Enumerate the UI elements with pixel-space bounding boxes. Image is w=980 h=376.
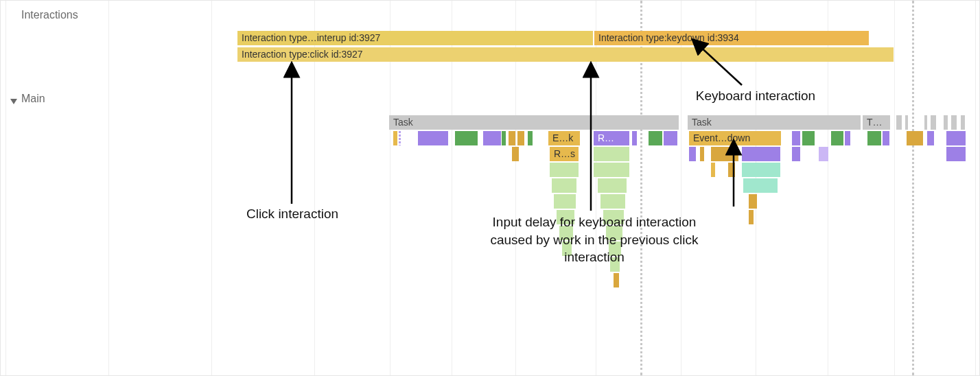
flame-bar[interactable] (552, 178, 576, 193)
task-bar[interactable] (924, 115, 927, 130)
task-bar[interactable]: Task (389, 115, 679, 130)
track-label-text: Interactions (21, 9, 78, 21)
flame-bar[interactable] (550, 163, 579, 177)
flame-bar[interactable] (512, 147, 519, 161)
task-bar[interactable] (961, 115, 965, 130)
flame-bar[interactable] (831, 131, 843, 145)
flame-bar[interactable] (603, 210, 624, 224)
task-bar[interactable]: Task (688, 115, 861, 130)
svg-marker-1 (10, 99, 17, 104)
flame-bar[interactable] (600, 194, 625, 209)
flame-bar[interactable] (664, 131, 677, 145)
flame-bar[interactable]: R… (594, 131, 629, 145)
flame-bar[interactable] (557, 210, 574, 224)
flame-bar[interactable] (845, 131, 850, 145)
flame-bar[interactable]: R…s (550, 147, 579, 161)
interaction-bar[interactable]: Interaction type…interup id:3927 (237, 31, 593, 45)
flame-bar[interactable] (632, 131, 637, 145)
flame-bar[interactable] (483, 131, 501, 145)
track-label-main[interactable]: Main (10, 93, 45, 105)
task-bar[interactable] (896, 115, 902, 130)
flame-bar[interactable] (455, 131, 478, 145)
flame-bar[interactable] (614, 273, 619, 287)
task-bar[interactable] (905, 115, 908, 130)
flame-bar[interactable] (743, 178, 778, 193)
task-bar[interactable] (951, 115, 957, 130)
flame-bar[interactable] (528, 131, 533, 145)
flame-bar[interactable] (502, 131, 506, 145)
flame-bar[interactable] (749, 194, 757, 209)
task-bar[interactable] (944, 115, 948, 130)
flame-bar[interactable] (598, 178, 627, 193)
flame-bar[interactable] (711, 147, 738, 161)
flame-bar[interactable] (819, 147, 828, 161)
flame-bar[interactable] (559, 226, 573, 240)
flame-bar[interactable] (742, 147, 780, 161)
flame-bar[interactable] (728, 163, 735, 177)
flame-bar[interactable] (867, 131, 881, 145)
flame-bar[interactable] (792, 131, 800, 145)
performance-timeline: Interactions Main Interaction type…inter… (0, 0, 980, 376)
flame-bar[interactable] (749, 210, 754, 224)
track-label-interactions[interactable]: Interactions (10, 9, 78, 21)
flame-bar[interactable] (802, 131, 815, 145)
flame-bar[interactable] (509, 131, 515, 145)
flame-bar[interactable] (594, 147, 629, 161)
flame-bar[interactable] (594, 163, 629, 177)
flame-bar[interactable] (946, 131, 966, 145)
task-bar[interactable]: T… (863, 115, 890, 130)
flame-bar[interactable]: Event…down (689, 131, 781, 145)
disclosure-triangle-icon[interactable] (10, 96, 17, 103)
flame-bar[interactable] (907, 131, 923, 145)
flame-bar[interactable] (606, 226, 622, 240)
time-marker (912, 1, 914, 375)
flame-bar[interactable] (742, 163, 780, 177)
flame-bar[interactable] (700, 147, 704, 161)
flame-bar[interactable] (946, 147, 966, 161)
flame-bar[interactable] (649, 131, 662, 145)
interaction-bar[interactable]: Interaction type:keydown id:3934 (594, 31, 869, 45)
flame-bar[interactable] (609, 242, 621, 256)
interaction-bar[interactable]: Interaction type:click id:3927 (237, 47, 894, 62)
track-label-text: Main (21, 93, 45, 104)
flame-bar[interactable] (562, 242, 572, 256)
flame-bar[interactable] (517, 131, 524, 145)
flame-bar[interactable] (792, 147, 800, 161)
flame-bar[interactable] (393, 131, 397, 145)
flame-bar[interactable] (927, 131, 934, 145)
flame-bar[interactable] (399, 131, 401, 145)
flame-bar[interactable]: E…k (548, 131, 580, 145)
flame-bar[interactable] (554, 194, 576, 209)
flame-bar[interactable] (610, 257, 620, 272)
task-bar[interactable] (931, 115, 936, 130)
flame-bar[interactable] (689, 147, 696, 161)
flame-bar[interactable] (883, 131, 889, 145)
flame-bar[interactable] (418, 131, 448, 145)
flame-bar[interactable] (711, 163, 715, 177)
